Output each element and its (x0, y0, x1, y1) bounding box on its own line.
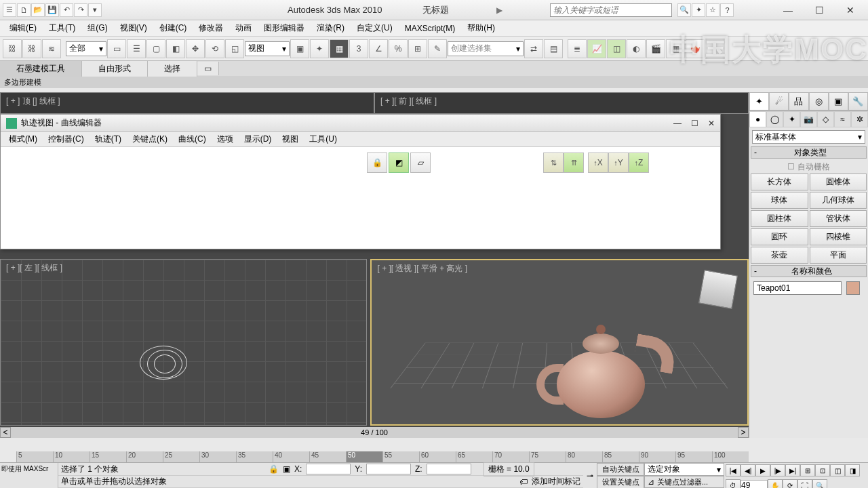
infocenter-icon[interactable]: 🔍 (677, 3, 691, 17)
tv-axis-z[interactable]: ↑Z (629, 152, 649, 173)
search-input[interactable] (550, 3, 672, 17)
comm-icon[interactable]: ✦ (692, 3, 705, 17)
tv-filter-icon[interactable]: 🔒 (367, 152, 387, 173)
tv-slidekeys-icon[interactable]: ▱ (410, 152, 431, 173)
x-input[interactable] (306, 464, 351, 474)
unlink-icon[interactable]: ⛓̷ (22, 39, 41, 58)
menu-edit[interactable]: 编辑(E) (4, 20, 42, 36)
menu-views[interactable]: 视图(V) (115, 20, 153, 36)
menu-maxscript[interactable]: MAXScript(M) (399, 22, 461, 35)
cameras-subtab-icon[interactable]: 📷 (800, 111, 817, 127)
material-editor-icon[interactable]: ◐ (627, 39, 646, 58)
tv-axis-x[interactable]: ↑X (588, 152, 608, 173)
spinner-snap-icon[interactable]: ⊞ (408, 39, 427, 58)
ribbon-tab-graphite[interactable]: 石墨建模工具 (0, 61, 82, 77)
menu-rendering[interactable]: 渲染(R) (311, 20, 350, 36)
goto-start-button[interactable]: |◀ (726, 464, 741, 476)
viewcube-icon[interactable] (698, 270, 738, 309)
y-input[interactable] (366, 464, 411, 474)
keyboard-shortcut-icon[interactable]: ▦ (330, 39, 349, 58)
helpers-subtab-icon[interactable]: ◇ (817, 111, 834, 127)
select-object-icon[interactable]: ▭ (107, 39, 126, 58)
rollout-name-color[interactable]: -名称和颜色 (751, 265, 867, 277)
goto-end-button[interactable]: ▶| (785, 464, 800, 476)
btn-teapot[interactable]: 茶壶 (751, 247, 808, 264)
btn-geosphere[interactable]: 几何球体 (810, 192, 867, 209)
app-menu-button[interactable]: ☰ (3, 3, 16, 17)
motion-tab-icon[interactable]: ◎ (809, 92, 829, 110)
menu-graph-editors[interactable]: 图形编辑器 (258, 20, 310, 36)
nav-orbit-icon[interactable]: ⟳ (783, 479, 797, 488)
next-frame-button[interactable]: |▶ (770, 464, 785, 476)
tv-menu-mode[interactable]: 模式(M) (3, 132, 43, 146)
utilities-tab-icon[interactable]: 🔧 (848, 92, 868, 110)
current-frame-input[interactable] (741, 480, 768, 488)
prev-frame-button[interactable]: ◀| (741, 464, 755, 476)
btn-pyramid[interactable]: 四棱锥 (810, 228, 867, 245)
key-filters-dropdown[interactable]: 选定对象▾ (644, 463, 724, 476)
category-dropdown[interactable]: 标准基本体▾ (752, 130, 865, 144)
link-icon[interactable]: ⛓ (3, 39, 22, 58)
tv-menu-utilities[interactable]: 工具(U) (304, 132, 342, 146)
undo-icon[interactable]: ↶ (60, 3, 73, 17)
key-mode-icon[interactable]: ⊸ (583, 463, 597, 488)
scroll-left-button[interactable]: < (0, 427, 11, 438)
play-button[interactable]: ▶ (755, 464, 770, 476)
nav-fov-icon[interactable]: ◨ (845, 464, 860, 476)
minimize-button[interactable]: — (774, 2, 802, 18)
render-prod-icon[interactable]: 🫖 (686, 39, 705, 58)
dlg-close-button[interactable]: ✕ (708, 119, 715, 128)
snap-3d-icon[interactable]: 3 (349, 39, 368, 58)
select-region-rect-icon[interactable]: ▢ (146, 39, 165, 58)
select-by-name-icon[interactable]: ☰ (127, 39, 146, 58)
help-icon[interactable]: ? (720, 3, 734, 17)
btn-cone[interactable]: 圆锥体 (810, 174, 867, 190)
btn-tube[interactable]: 管状体 (810, 210, 867, 227)
object-color-swatch[interactable] (846, 281, 860, 295)
favorite-icon[interactable]: ☆ (706, 3, 719, 17)
redo-icon[interactable]: ↷ (74, 3, 87, 17)
add-time-tag[interactable]: 添加时间标记 (532, 476, 580, 487)
key-filters-button[interactable]: 关键点过滤器... (657, 477, 708, 487)
menu-group[interactable]: 组(G) (82, 20, 113, 36)
z-input[interactable] (427, 464, 471, 474)
qat-dropdown-icon[interactable]: ▾ (88, 3, 102, 17)
open-icon[interactable]: 📂 (31, 3, 45, 17)
angle-snap-icon[interactable]: ∠ (369, 39, 388, 58)
teapot-object[interactable] (530, 310, 665, 425)
create-tab-icon[interactable]: ✦ (749, 92, 769, 110)
btn-box[interactable]: 长方体 (751, 174, 808, 190)
btn-sphere[interactable]: 球体 (751, 192, 808, 209)
nav-zoomext-icon[interactable]: ◫ (830, 464, 845, 476)
close-button[interactable]: ✕ (837, 2, 864, 18)
nav-pan-icon[interactable]: ✋ (768, 479, 783, 488)
geometry-subtab-icon[interactable]: ● (749, 111, 766, 127)
viewport-perspective[interactable]: [ + ][ 透视 ][ 平滑 + 高光 ] (370, 259, 749, 426)
tv-menu-tracks[interactable]: 轨迹(T) (90, 132, 127, 146)
viewport-front[interactable]: [ + ][ 前 ][ 线框 ] (374, 92, 749, 114)
systems-subtab-icon[interactable]: ✲ (851, 111, 868, 127)
lock-selection-icon[interactable]: 🔒 (269, 464, 279, 474)
dlg-maximize-button[interactable]: ☐ (691, 119, 698, 128)
menu-tools[interactable]: 工具(T) (43, 20, 81, 36)
ribbon-expand-icon[interactable]: ▭ (197, 62, 219, 75)
time-tag-icon[interactable]: 🏷 (519, 477, 528, 487)
btn-cylinder[interactable]: 圆柱体 (751, 210, 808, 227)
nav-zoom-region-icon[interactable]: 🔍 (812, 479, 827, 488)
percent-snap-icon[interactable]: % (389, 39, 408, 58)
align-icon[interactable]: ▤ (544, 39, 563, 58)
maximize-button[interactable]: ☐ (806, 2, 833, 18)
isolate-icon[interactable]: ▣ (283, 464, 290, 474)
btn-plane[interactable]: 平面 (810, 247, 867, 264)
time-config-icon[interactable]: ⏱ (726, 479, 741, 488)
object-name-input[interactable] (753, 281, 842, 295)
use-center-icon[interactable]: ▣ (290, 39, 309, 58)
nav-maximize-icon[interactable]: ⛶ (797, 479, 812, 488)
nav-zoom-icon[interactable]: ⊞ (800, 464, 815, 476)
tv-menu-view[interactable]: 视图 (277, 132, 304, 146)
ribbon-tab-freeform[interactable]: 自由形式 (82, 61, 148, 77)
btn-torus[interactable]: 圆环 (751, 228, 808, 245)
hierarchy-tab-icon[interactable]: 品 (789, 92, 808, 110)
curve-editor-icon[interactable]: 📈 (587, 39, 606, 58)
move-icon[interactable]: ✥ (186, 39, 205, 58)
